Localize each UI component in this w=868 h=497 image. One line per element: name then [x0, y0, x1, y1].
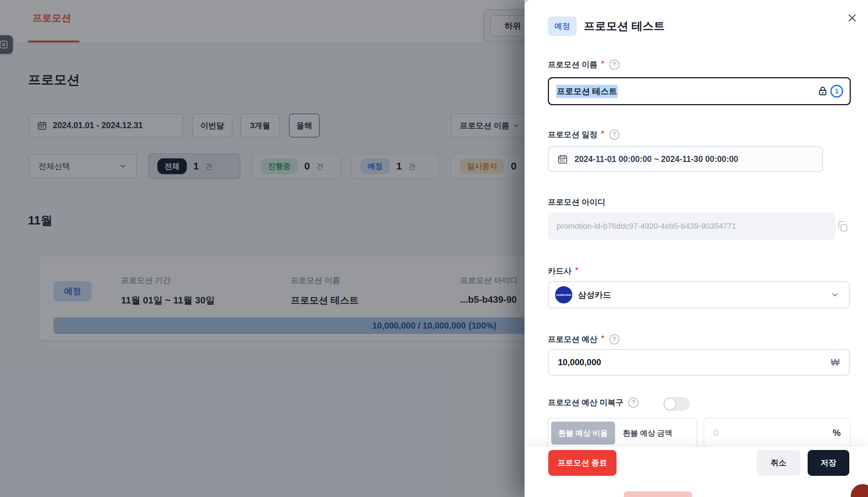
id-field-label-row: 프로모션 아이디	[548, 197, 605, 208]
required-mark: *	[601, 59, 604, 68]
promotion-id-input-disabled: promotion-id-b76ddc97-4920-4eb5-b439-903…	[548, 213, 835, 240]
schedule-field-label-row: 프로모션 일정 * ?	[548, 129, 619, 140]
app-root: 프로모션 하위 프로모션 2024.01.01 - 2024.12.31 이번	[0, 0, 868, 497]
password-manager-icon[interactable]: 1	[830, 85, 843, 98]
required-mark: *	[601, 334, 604, 343]
no-restore-toggle[interactable]	[663, 397, 690, 411]
close-button[interactable]	[844, 10, 860, 26]
help-icon[interactable]: ?	[609, 60, 619, 70]
calendar-icon	[557, 154, 568, 164]
promotion-name-value: 프로모션 테스트	[556, 85, 618, 98]
refund-rate-field: %	[703, 418, 851, 448]
cancel-button[interactable]: 취소	[757, 450, 800, 476]
help-icon[interactable]: ?	[609, 334, 619, 344]
promotion-id-value: promotion-id-b76ddc97-4920-4eb5-b439-903…	[557, 222, 736, 231]
modal-dim-overlay[interactable]	[0, 0, 525, 497]
copy-icon	[836, 220, 849, 233]
percent-suffix: %	[833, 428, 841, 438]
no-restore-label-row: 프로모션 예산 미복구 ?	[548, 397, 638, 408]
save-button[interactable]: 저장	[808, 450, 849, 476]
schedule-value: 2024-11-01 00:00:00 ~ 2024-11-30 00:00:0…	[574, 154, 738, 164]
card-company-value: 삼성카드	[578, 289, 611, 301]
chevron-down-icon	[830, 290, 840, 299]
close-icon	[847, 13, 858, 23]
promotion-edit-drawer: 예정 프로모션 테스트 프로모션 이름 * ? 프로모션 테스트 1 프로모션 …	[525, 0, 868, 497]
company-field-label-row: 카드사 *	[548, 266, 578, 277]
help-icon[interactable]: ?	[628, 398, 638, 408]
name-field-label: 프로모션 이름	[548, 59, 597, 70]
no-restore-label: 프로모션 예산 미복구	[548, 397, 623, 408]
required-mark: *	[575, 265, 578, 275]
id-field-label: 프로모션 아이디	[548, 197, 605, 208]
scrolled-element-peek	[624, 491, 692, 497]
budget-input[interactable]: 10,000,000 ₩	[548, 349, 850, 376]
lock-icon[interactable]	[817, 86, 828, 97]
schedule-field-label: 프로모션 일정	[548, 129, 597, 140]
promotion-schedule-input[interactable]: 2024-11-01 00:00:00 ~ 2024-11-30 00:00:0…	[548, 146, 823, 172]
drawer-title: 프로모션 테스트	[584, 19, 665, 34]
required-mark: *	[601, 129, 604, 138]
toggle-knob	[665, 399, 675, 409]
tab-refund-rate[interactable]: 환불 예상 비율	[551, 422, 615, 445]
refund-rate-input[interactable]	[714, 428, 833, 438]
input-extension-icons: 1	[817, 85, 843, 98]
drawer-header: 예정 프로모션 테스트	[548, 17, 665, 36]
card-company-select[interactable]: SAMSUNG 삼성카드	[548, 281, 850, 308]
won-currency-icon: ₩	[831, 357, 840, 368]
help-icon[interactable]: ?	[609, 130, 619, 140]
budget-field-label-row: 프로모션 예산 * ?	[548, 334, 619, 345]
promotion-name-input[interactable]: 프로모션 테스트 1	[548, 77, 851, 105]
budget-value: 10,000,000	[558, 357, 601, 367]
copy-id-button[interactable]	[835, 219, 850, 233]
samsung-card-logo: SAMSUNG	[555, 286, 572, 303]
name-field-label-row: 프로모션 이름 * ?	[548, 59, 619, 70]
samsung-logo-text: SAMSUNG	[556, 293, 572, 297]
tab-refund-amount[interactable]: 환불 예상 금액	[616, 422, 680, 445]
end-promotion-button[interactable]: 프로모션 종료	[548, 450, 617, 476]
budget-field-label: 프로모션 예산	[548, 334, 597, 345]
drawer-footer: 프로모션 종료 취소 저장	[525, 447, 868, 497]
company-field-label: 카드사	[548, 266, 572, 277]
drawer-status-badge: 예정	[548, 17, 577, 36]
